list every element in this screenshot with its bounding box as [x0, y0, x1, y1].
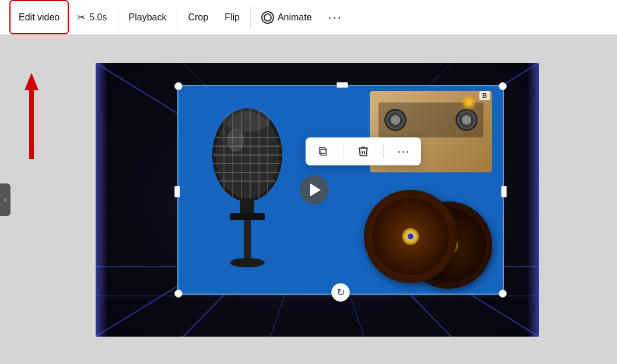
delete-button[interactable]	[353, 141, 374, 162]
duplicate-button[interactable]: ⧉	[313, 141, 334, 162]
annotation-arrow	[21, 73, 62, 168]
playback-button[interactable]: Playback	[121, 0, 175, 34]
crop-label: Crop	[188, 12, 208, 23]
svg-marker-0	[24, 73, 38, 90]
animate-icon	[261, 11, 274, 24]
svg-rect-1	[29, 89, 34, 159]
animate-label: Animate	[278, 12, 312, 23]
flip-button[interactable]: Flip	[216, 0, 248, 34]
video-scene: B ⧉	[96, 63, 539, 337]
animate-button[interactable]: Animate	[253, 0, 320, 34]
play-button[interactable]	[300, 175, 329, 204]
divider-1	[118, 7, 118, 28]
playback-label: Playback	[129, 12, 167, 23]
microphone-art	[189, 91, 306, 283]
chevron-left-icon: ‹	[4, 196, 6, 204]
context-menu: ⧉ ···	[306, 137, 421, 165]
svg-rect-14	[96, 63, 107, 337]
cut-tool[interactable]: ✂ 5.0s	[69, 0, 115, 34]
menu-divider-2	[383, 144, 384, 158]
svg-rect-15	[527, 63, 539, 337]
divider-2	[177, 7, 177, 28]
edit-video-button[interactable]: Edit video	[9, 0, 69, 34]
flip-label: Flip	[225, 12, 240, 23]
duration-label: 5.0s	[89, 12, 107, 23]
more-options-context-button[interactable]: ···	[393, 141, 414, 162]
more-options-icon: ···	[328, 10, 342, 25]
svg-rect-32	[230, 213, 265, 220]
svg-rect-33	[244, 220, 251, 261]
svg-point-30	[227, 129, 244, 152]
more-options-button[interactable]: ···	[320, 0, 350, 34]
selected-video-element[interactable]: B ⧉	[177, 85, 504, 295]
toolbar: Edit video ✂ 5.0s Playback Crop Flip Ani…	[0, 0, 617, 35]
edit-video-label: Edit video	[19, 12, 59, 23]
svg-point-34	[230, 258, 265, 267]
cassette-label: B	[479, 91, 490, 100]
crop-button[interactable]: Crop	[180, 0, 216, 34]
canvas-area: ‹	[0, 35, 617, 364]
menu-divider-1	[343, 144, 343, 158]
scissors-icon: ✂	[77, 11, 86, 24]
divider-3	[250, 7, 251, 28]
vinyl-records	[358, 184, 492, 289]
side-panel-toggle[interactable]: ‹	[0, 183, 10, 216]
svg-point-35	[224, 108, 271, 132]
video-background[interactable]: B ⧉	[96, 63, 539, 337]
